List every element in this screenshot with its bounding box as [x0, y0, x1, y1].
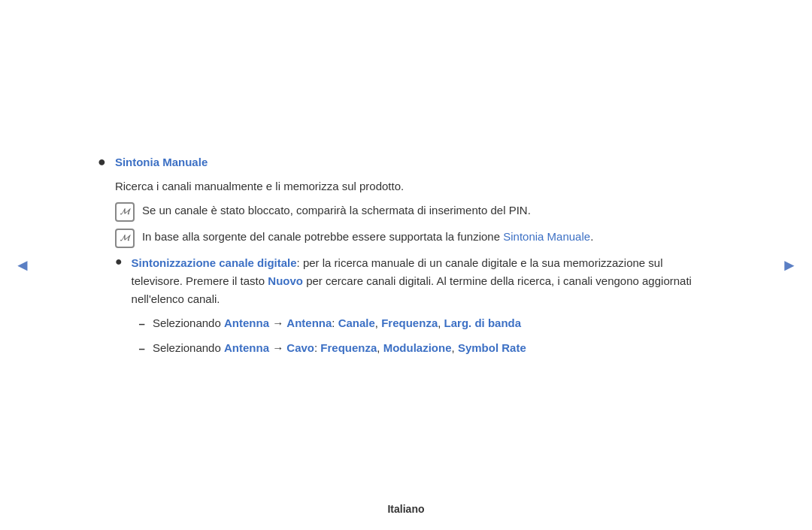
sub-list: ● Sintonizzazione canale digitale: per l…: [115, 254, 714, 364]
nav-arrow-left[interactable]: ◄: [14, 256, 32, 274]
sub-sub-content-2: Selezionando Antenna → Cavo: Frequenza, …: [153, 339, 526, 357]
page-container: ◄ ● Sintonia Manuale Ricerca i canali ma…: [0, 0, 812, 530]
dash-bullet-2: –: [139, 340, 145, 358]
sub-sub-item-1: – Selezionando Antenna → Antenna: Canale…: [139, 314, 714, 333]
comma-4: ,: [452, 341, 458, 354]
content-area: ● Sintonia Manuale Ricerca i canali manu…: [83, 123, 729, 407]
frequenza-link-1[interactable]: Frequenza: [381, 316, 438, 329]
language-label: Italiano: [387, 503, 424, 515]
larg-link[interactable]: Larg. di banda: [444, 316, 522, 329]
sub-sub-content-1: Selezionando Antenna → Antenna: Canale, …: [153, 314, 521, 332]
item-title-block: Sintonia Manuale: [115, 153, 714, 171]
selezionando-1: Selezionando: [153, 316, 224, 329]
comma-2: ,: [438, 316, 444, 329]
note-icon-1: 𝓜: [115, 202, 135, 222]
sintonia-manuale-link-2[interactable]: Sintonia Manuale: [503, 230, 590, 243]
item-content-sintonia: Sintonia Manuale Ricerca i canali manual…: [115, 153, 714, 370]
symbol-rate-link[interactable]: Symbol Rate: [458, 341, 526, 354]
antenna-link-2[interactable]: Antenna: [286, 316, 332, 329]
item-description: Ricerca i canali manualmente e li memori…: [115, 177, 714, 195]
note2-prefix: In base alla sorgente del canale potrebb…: [142, 230, 503, 243]
footer: Italiano: [0, 503, 812, 515]
note2-suffix: .: [590, 230, 593, 243]
sub-item-content: Sintonizzazione canale digitale: per la …: [132, 254, 714, 364]
colon-1: :: [332, 316, 338, 329]
sintonia-manuale-link[interactable]: Sintonia Manuale: [115, 156, 208, 168]
sub-sub-list: – Selezionando Antenna → Antenna: Canale…: [132, 314, 714, 358]
list-item-sintonia: ● Sintonia Manuale Ricerca i canali manu…: [98, 153, 714, 370]
comma-3: ,: [377, 341, 383, 354]
cavo-link[interactable]: Cavo: [286, 341, 314, 354]
sub-bullet-dot: ●: [115, 255, 123, 268]
modulazione-link[interactable]: Modulazione: [383, 341, 452, 354]
note-block-1: 𝓜 Se un canale è stato bloccato, compari…: [115, 201, 714, 222]
note-text-2: In base alla sorgente del canale potrebb…: [142, 228, 714, 246]
bullet-dot: ●: [98, 154, 106, 170]
antenna-link-1[interactable]: Antenna: [224, 316, 269, 329]
nav-arrow-right[interactable]: ►: [780, 256, 798, 274]
frequenza-link-2[interactable]: Frequenza: [320, 341, 377, 354]
arrow-2: →: [269, 341, 286, 354]
canale-link[interactable]: Canale: [338, 316, 375, 329]
nuovo-link[interactable]: Nuovo: [268, 274, 303, 287]
note-block-2: 𝓜 In base alla sorgente del canale potre…: [115, 228, 714, 248]
arrow-1: →: [269, 316, 286, 329]
antenna-link-3[interactable]: Antenna: [224, 341, 269, 354]
sintonizzazione-link[interactable]: Sintonizzazione canale digitale: [132, 256, 297, 269]
dash-bullet-1: –: [139, 315, 145, 333]
sub-item-sintonizzazione: ● Sintonizzazione canale digitale: per l…: [115, 254, 714, 364]
sub-sub-item-2: – Selezionando Antenna → Cavo: Frequenza…: [139, 339, 714, 358]
note-text-1: Se un canale è stato bloccato, comparirà…: [142, 201, 714, 220]
main-list: ● Sintonia Manuale Ricerca i canali manu…: [98, 153, 714, 370]
comma-1: ,: [375, 316, 381, 329]
note-icon-2: 𝓜: [115, 229, 135, 248]
selezionando-2: Selezionando: [153, 341, 224, 354]
